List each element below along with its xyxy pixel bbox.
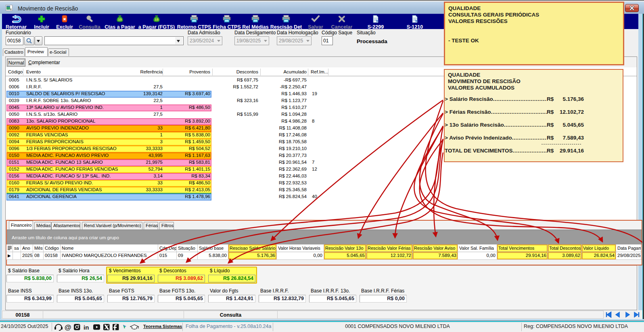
svg-text:in: in: [84, 324, 89, 331]
svg-text:@: @: [65, 324, 71, 331]
svg-text:15: 15: [155, 18, 159, 21]
svg-text:15: 15: [118, 18, 122, 21]
